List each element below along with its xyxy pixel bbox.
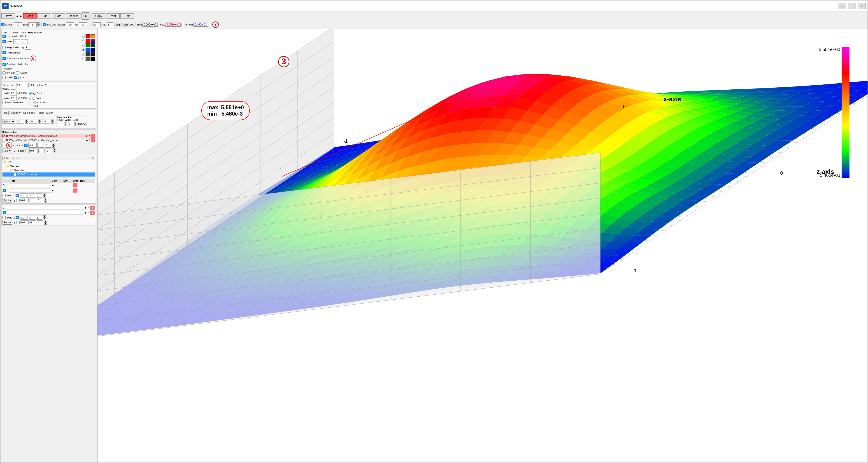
color-swatch-darkgreen[interactable] — [91, 43, 95, 48]
axis-x-check2[interactable] — [24, 144, 28, 147]
sync-b-y-check[interactable] — [17, 199, 20, 202]
sync-c-y-val[interactable] — [21, 220, 29, 224]
axis-x-num1[interactable] — [37, 143, 44, 148]
file-b-checkbox[interactable] — [2, 138, 5, 142]
row-check-cb[interactable] — [3, 189, 6, 192]
rect-b-select[interactable]: Rect — [2, 198, 12, 203]
gradient-checkbox[interactable] — [2, 63, 6, 66]
font-size2[interactable] — [29, 119, 37, 124]
row-b-arrow[interactable]: ► — [52, 184, 63, 187]
fs3-down[interactable]: ▼ — [51, 121, 54, 124]
sby-down[interactable]: ▼ — [44, 200, 47, 203]
path-button[interactable]: Path — [52, 13, 65, 19]
scx-up[interactable]: ▲ — [43, 215, 46, 218]
hc-radio-3[interactable] — [83, 44, 85, 47]
y-axis-val[interactable] — [10, 96, 17, 100]
color-swatch-gradient[interactable] — [91, 39, 95, 43]
pic-size-down[interactable]: ▼ — [27, 85, 30, 87]
row-b-title[interactable] — [10, 183, 51, 187]
fp-radio-all[interactable] — [30, 104, 32, 107]
row-c2-title[interactable] — [7, 211, 84, 215]
eng-button[interactable]: Eng — [114, 23, 121, 26]
sync-c-y-check[interactable] — [17, 221, 20, 224]
row-c2-arrow[interactable]: ► — [85, 211, 87, 214]
height-input[interactable] — [66, 22, 74, 27]
color-swatch-darkblue[interactable] — [91, 48, 95, 52]
struct-color-select[interactable]: Black Red Blue — [75, 122, 87, 126]
step-input[interactable] — [28, 22, 37, 27]
row-check-title[interactable] — [10, 188, 51, 192]
height-meter-checkbox[interactable] — [2, 51, 6, 54]
sync-c-x-n1[interactable] — [29, 216, 35, 220]
sync-b-x-n1[interactable] — [29, 193, 35, 197]
color-num2[interactable] — [21, 39, 28, 44]
sync-c-x-val[interactable] — [20, 216, 28, 220]
hc-radio-5[interactable] — [83, 53, 85, 56]
row-c-arrow[interactable]: ► — [85, 206, 87, 209]
print-button[interactable]: Print — [106, 13, 120, 19]
fs3-up[interactable]: ▲ — [51, 119, 54, 121]
font-type-select[interactable]: Regular Bold Italic — [8, 111, 22, 115]
circle6-checkbox[interactable] — [2, 144, 5, 147]
rect-c-select[interactable]: Rect — [2, 220, 12, 225]
restricted-view-checkbox[interactable] — [2, 101, 6, 104]
x-axis-checkbox[interactable] — [2, 76, 6, 79]
hc-radio-4[interactable] — [83, 49, 85, 51]
color-swatch-red[interactable] — [86, 34, 90, 38]
file-b-star[interactable]: * — [89, 139, 90, 142]
sync-c-y-n2[interactable] — [37, 220, 43, 224]
rect-select[interactable]: Rect — [2, 149, 12, 153]
sync-b-x-val[interactable] — [20, 193, 28, 197]
step-up[interactable]: ▲ — [37, 22, 40, 25]
draw-button[interactable]: Draw — [1, 13, 15, 19]
edit-button[interactable]: Edit — [120, 13, 134, 19]
draw-arrow-left[interactable]: ◄ — [16, 14, 19, 18]
struct-val1[interactable] — [57, 122, 63, 126]
color-swatch-dark[interactable] — [86, 52, 90, 56]
exit-button[interactable]: Exit — [37, 13, 51, 19]
color-checkbox[interactable] — [2, 40, 6, 43]
replica-button[interactable]: Replica — [66, 13, 82, 19]
axis-y-num1[interactable] — [38, 149, 45, 153]
folder-d[interactable]: 📁 D:\ — [2, 160, 95, 164]
ax-up[interactable]: ▲ — [52, 143, 55, 145]
axis-y-val[interactable] — [29, 149, 37, 153]
scy-down[interactable]: ▼ — [44, 222, 47, 225]
graduation-checkbox[interactable] — [2, 57, 6, 60]
fp-radio-ix[interactable] — [29, 97, 32, 99]
axis-x-num2[interactable] — [45, 143, 51, 148]
scy-up[interactable]: ▲ — [44, 220, 47, 222]
sbx-up[interactable]: ▲ — [43, 193, 46, 195]
stop-button[interactable]: Stop — [23, 13, 37, 19]
sync-b-x-n2[interactable] — [36, 193, 42, 197]
ay-down[interactable]: ▼ — [53, 151, 56, 153]
sync-c-y-n1[interactable] — [30, 220, 36, 224]
fs2-down[interactable]: ▼ — [38, 121, 41, 124]
font-name-select[interactable]: @Arial Arial — [2, 119, 15, 124]
play-button[interactable]: ► — [82, 12, 89, 20]
hc-radio-2[interactable] — [83, 39, 85, 42]
fs2-up[interactable]: ▲ — [38, 119, 41, 121]
sync-c-x-check[interactable] — [16, 216, 19, 219]
hc-radio-1[interactable] — [83, 35, 85, 38]
row-check-star[interactable]: * — [63, 189, 72, 192]
axis-y-check2[interactable] — [25, 149, 28, 152]
axis-x-val[interactable] — [28, 143, 37, 148]
height-axis-log-checkbox[interactable] — [2, 46, 6, 49]
sync-b-x-check[interactable] — [16, 194, 19, 197]
min-fix-checkbox[interactable] — [209, 23, 212, 26]
jpn-button[interactable]: Jpn — [122, 23, 129, 26]
pic-size-up[interactable]: ▲ — [27, 83, 30, 85]
row-c2-star[interactable]: * — [88, 211, 89, 214]
scx-down[interactable]: ▼ — [43, 218, 46, 220]
fp-radio-mx[interactable] — [33, 101, 36, 104]
x-axis-val[interactable] — [10, 91, 17, 95]
sbx-down[interactable]: ▼ — [43, 195, 46, 198]
row-b-star[interactable]: * — [63, 184, 72, 187]
sync-b-checkbox[interactable] — [2, 194, 6, 197]
row-c2-cb[interactable] — [3, 211, 6, 214]
file-a-star[interactable]: * — [89, 134, 90, 137]
axis-y-num2[interactable] — [45, 149, 52, 153]
fs1-up[interactable]: ▲ — [25, 119, 28, 121]
fs1-down[interactable]: ▼ — [25, 121, 28, 124]
